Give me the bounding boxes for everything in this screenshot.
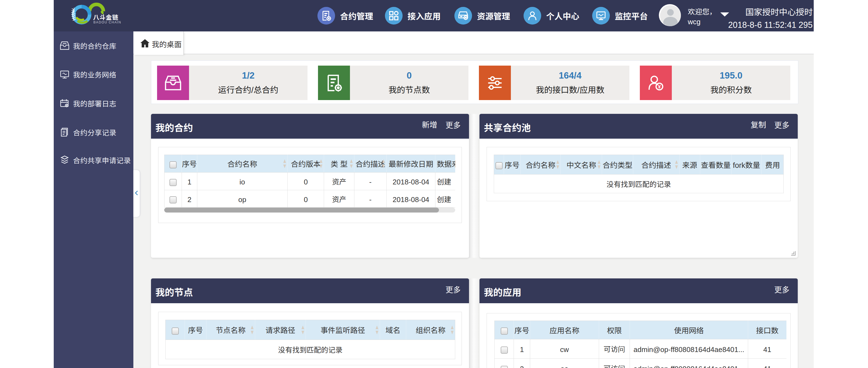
svg-text:¥: ¥ [658, 83, 661, 90]
